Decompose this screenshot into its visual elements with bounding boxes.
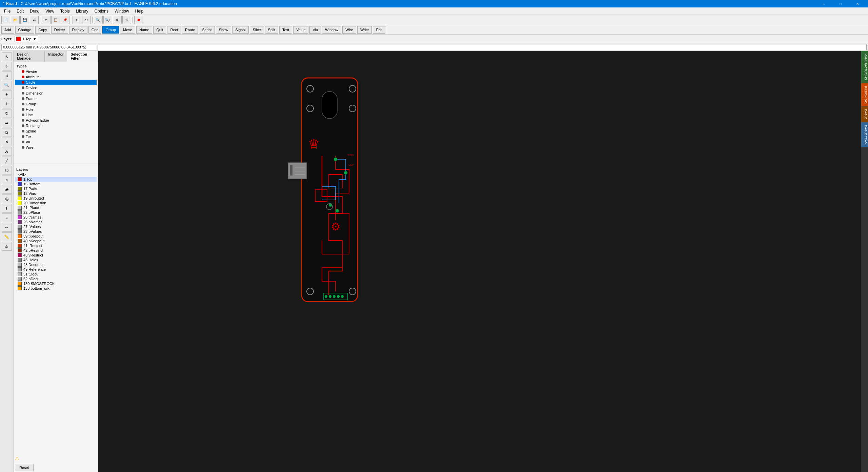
layer-42-brestrict[interactable]: 42 bRestrict <box>15 248 97 253</box>
type-dimension[interactable]: Dimension <box>15 90 97 96</box>
layer-21-tplace[interactable]: 21 tPlace <box>15 205 97 210</box>
via-tool[interactable]: ◎ <box>2 194 12 203</box>
reset-button[interactable]: Reset <box>15 464 34 471</box>
menu-item-options[interactable]: Options <box>92 8 111 14</box>
type-rectangle[interactable]: Rectangle <box>15 123 97 128</box>
cmd-btn-window[interactable]: Window <box>322 26 341 34</box>
menu-item-view[interactable]: View <box>43 8 57 14</box>
layer-26-bnames[interactable]: 26 bNames <box>15 220 97 224</box>
menu-item-file[interactable]: File <box>1 8 13 14</box>
tab-manufacturing[interactable]: MANUFACTURING <box>861 51 868 83</box>
wire-tool[interactable]: ╱ <box>2 157 12 165</box>
copy-button[interactable]: 📋 <box>51 16 60 24</box>
cmd-btn-edit[interactable]: Edit <box>373 26 385 34</box>
move-tool[interactable]: ✛ <box>2 100 12 108</box>
menu-item-window[interactable]: Window <box>112 8 132 14</box>
menu-item-draw[interactable]: Draw <box>27 8 42 14</box>
zoom-in-button[interactable]: 🔍+ <box>103 16 112 24</box>
cmd-btn-grid[interactable]: Grid <box>88 26 102 34</box>
layer-25-tnames[interactable]: 25 tNames <box>15 215 97 220</box>
attr-tool[interactable]: ≡ <box>2 213 12 222</box>
layer-40-bkeepout[interactable]: 40 bKeepout <box>15 239 97 243</box>
type-airwire[interactable]: Airwire <box>15 69 97 74</box>
type-spline[interactable]: Spline <box>15 128 97 134</box>
cut-button[interactable]: ✂ <box>42 16 51 24</box>
pointer-tool[interactable]: ↖ <box>2 52 12 61</box>
polygon-tool[interactable]: ⬡ <box>2 166 12 175</box>
type-attribute[interactable]: Attribute <box>15 74 97 80</box>
cmd-btn-group[interactable]: Group <box>102 26 119 34</box>
paste-button[interactable]: 📌 <box>61 16 69 24</box>
layer-39-tkeepout[interactable]: 39 tKeepout <box>15 234 97 239</box>
cmd-btn-show[interactable]: Show <box>216 26 231 34</box>
dim-tool[interactable]: ↔ <box>2 223 12 232</box>
cmd-btn-value[interactable]: Value <box>293 26 308 34</box>
zoom-tool[interactable]: 🔍 <box>2 81 12 89</box>
close-button[interactable]: ✕ <box>850 0 865 7</box>
layer-49-reference[interactable]: 49 Reference <box>15 267 97 272</box>
redo-button[interactable]: ↪ <box>82 16 91 24</box>
layer-52-bdocu[interactable]: 52 bDocu <box>15 276 97 281</box>
layer-133-bottom-silk[interactable]: 133 bottom_silk <box>15 286 97 291</box>
type-circle[interactable]: Circle <box>15 80 97 85</box>
cmd-input[interactable] <box>98 44 867 50</box>
layer-selector[interactable]: 1 Top ▼ <box>15 36 38 42</box>
layer-27-tvalues[interactable]: 27 tValues <box>15 224 97 229</box>
type-group[interactable]: Group <box>15 101 97 107</box>
coord-input[interactable] <box>1 44 96 50</box>
menu-item-tools[interactable]: Tools <box>58 8 73 14</box>
type-polygon-edge[interactable]: Polygon Edge <box>15 118 97 123</box>
cmd-btn-copy[interactable]: Copy <box>35 26 50 34</box>
filter-tool[interactable]: ⊿ <box>2 71 12 80</box>
tab-eagle-team[interactable]: EAGLE TEAM <box>861 122 868 147</box>
layer-51-tdocu[interactable]: 51 tDocu <box>15 272 97 276</box>
cmd-btn-signal[interactable]: Signal <box>232 26 249 34</box>
tab-inspector[interactable]: Inspector <box>45 51 67 62</box>
cmd-btn-slice[interactable]: Slice <box>250 26 264 34</box>
type-frame[interactable]: Frame <box>15 96 97 101</box>
open-button[interactable]: 📂 <box>11 16 20 24</box>
type-wire[interactable]: Wire <box>15 145 97 150</box>
measure-tool[interactable]: 📏 <box>2 232 12 241</box>
layer-1-top[interactable]: 1 Top <box>15 177 97 182</box>
type-va[interactable]: Va <box>15 139 97 145</box>
new-button[interactable]: 📄 <box>1 16 10 24</box>
layer-18-vias[interactable]: 18 Vias <box>15 191 97 196</box>
type-device[interactable]: Device <box>15 85 97 90</box>
type-text[interactable]: Text <box>15 134 97 139</box>
cmd-btn-write[interactable]: Write <box>357 26 372 34</box>
canvas-area[interactable]: ♛ ⚙ <box>98 51 861 472</box>
delete-tool[interactable]: ✕ <box>2 138 12 146</box>
save-button[interactable]: 💾 <box>20 16 29 24</box>
layer-19-unrouted[interactable]: 19 Unrouted <box>15 196 97 201</box>
layer-20-dimension[interactable]: 20 Dimension <box>15 201 97 205</box>
tab-selection-filter[interactable]: Selection Filter <box>67 51 98 62</box>
cmd-btn-change[interactable]: Change <box>15 26 35 34</box>
undo-button[interactable]: ↩ <box>73 16 81 24</box>
cmd-btn-split[interactable]: Split <box>265 26 278 34</box>
cmd-btn-script[interactable]: Script <box>199 26 215 34</box>
stop-button[interactable]: ⏹ <box>134 16 143 24</box>
layer-48-document[interactable]: 48 Document <box>15 262 97 267</box>
add-tool[interactable]: + <box>2 90 12 99</box>
cmd-btn-text[interactable]: Text <box>279 26 292 34</box>
zoom-out-button[interactable]: 🔍- <box>94 16 103 24</box>
tab-eagle[interactable]: EAGLE <box>861 106 868 122</box>
drc-tool[interactable]: ⚠ <box>2 242 12 251</box>
cmd-btn-rect[interactable]: Rect <box>167 26 181 34</box>
menu-item-library[interactable]: Library <box>73 8 91 14</box>
text-tool[interactable]: T <box>2 204 12 213</box>
layer-dropdown-arrow[interactable]: ▼ <box>33 37 37 41</box>
menu-item-help[interactable]: Help <box>133 8 146 14</box>
print-button[interactable]: 🖨 <box>30 16 39 24</box>
cmd-btn-delete[interactable]: Delete <box>51 26 68 34</box>
cmd-btn-via[interactable]: Via <box>309 26 321 34</box>
type-hole[interactable]: Hole <box>15 107 97 112</box>
layer-41-trestrict[interactable]: 41 tRestrict <box>15 243 97 248</box>
cmd-btn-display[interactable]: Display <box>69 26 87 34</box>
layer-43-vrestrict[interactable]: 43 vRestrict <box>15 253 97 258</box>
tab-fusion360[interactable]: FUSION 360 <box>861 83 868 107</box>
cmd-btn-quit[interactable]: Quit <box>153 26 166 34</box>
layer-22-bplace[interactable]: 22 bPlace <box>15 210 97 215</box>
cmd-btn-move[interactable]: Move <box>120 26 135 34</box>
